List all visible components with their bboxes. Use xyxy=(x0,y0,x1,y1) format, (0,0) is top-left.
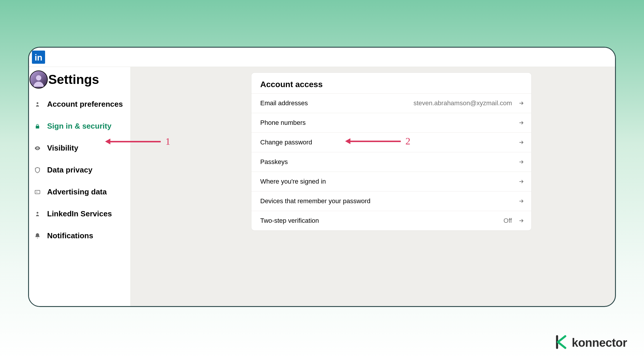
sidebar-item-visibility[interactable]: Visibility xyxy=(29,137,130,159)
arrow-right-icon xyxy=(518,198,524,204)
row-label: Email addresses xyxy=(260,99,308,107)
row-where-signed-in[interactable]: Where you're signed in xyxy=(251,172,531,191)
sidebar-item-linkedin-services[interactable]: LinkedIn Services xyxy=(29,203,130,225)
page-title: Settings xyxy=(48,72,99,87)
main-content: Account access Email addresses steven.ab… xyxy=(130,67,615,306)
row-email-addresses[interactable]: Email addresses steven.abrahamson@xyzmai… xyxy=(251,93,531,113)
konnector-logo-icon xyxy=(554,335,568,350)
brand: konnector xyxy=(554,335,627,350)
sidebar-item-label: Sign in & security xyxy=(47,122,112,131)
row-label: Two-step verification xyxy=(260,217,319,225)
app-window: in Settings Account preferences xyxy=(28,47,616,307)
shield-icon xyxy=(34,167,41,174)
row-devices-remember-password[interactable]: Devices that remember your password xyxy=(251,191,531,211)
row-value: Off xyxy=(503,217,512,225)
brand-name: konnector xyxy=(572,336,627,349)
lock-icon xyxy=(34,123,41,130)
sidebar-item-notifications[interactable]: Notifications xyxy=(29,225,130,247)
account-access-panel: Account access Email addresses steven.ab… xyxy=(251,73,531,230)
sidebar-item-label: Visibility xyxy=(47,144,78,153)
person-icon xyxy=(34,101,41,108)
linkedin-logo-icon[interactable]: in xyxy=(32,51,45,64)
svg-point-0 xyxy=(36,75,41,80)
sidebar-item-label: Notifications xyxy=(47,231,93,240)
row-phone-numbers[interactable]: Phone numbers xyxy=(251,113,531,132)
person-icon xyxy=(34,211,41,217)
row-change-password[interactable]: Change password xyxy=(251,132,531,152)
row-value: steven.abrahamson@xyzmail.com xyxy=(413,99,512,107)
topbar: in xyxy=(29,48,615,67)
panel-title: Account access xyxy=(251,73,531,93)
row-label: Passkeys xyxy=(260,158,288,166)
arrow-right-icon xyxy=(518,139,524,145)
svg-point-4 xyxy=(37,212,38,213)
sidebar: Settings Account preferences Sign in & s… xyxy=(29,67,130,306)
card-icon xyxy=(34,189,41,195)
linkedin-logo-text: in xyxy=(35,53,42,63)
sidebar-item-sign-in-security[interactable]: Sign in & security xyxy=(29,115,130,137)
row-label: Where you're signed in xyxy=(260,178,326,185)
sidebar-item-label: Account preferences xyxy=(47,100,123,109)
sidebar-item-label: Data privacy xyxy=(47,165,93,175)
sidebar-item-label: Advertising data xyxy=(47,187,107,196)
avatar[interactable] xyxy=(30,70,48,89)
row-two-step-verification[interactable]: Two-step verification Off xyxy=(251,211,531,230)
arrow-right-icon xyxy=(518,100,524,106)
row-label: Phone numbers xyxy=(260,119,306,127)
row-label: Devices that remember your password xyxy=(260,197,371,205)
svg-point-1 xyxy=(37,102,38,104)
arrow-right-icon xyxy=(518,218,524,224)
sidebar-item-label: LinkedIn Services xyxy=(47,209,112,218)
annotation-label: 1 xyxy=(165,136,170,147)
arrow-right-icon xyxy=(518,120,524,126)
row-passkeys[interactable]: Passkeys xyxy=(251,152,531,172)
bell-icon xyxy=(34,232,41,239)
sidebar-item-account-preferences[interactable]: Account preferences xyxy=(29,93,130,115)
arrow-right-icon xyxy=(518,159,524,165)
sidebar-item-advertising-data[interactable]: Advertising data xyxy=(29,181,130,203)
eye-icon xyxy=(34,145,41,151)
sidebar-item-data-privacy[interactable]: Data privacy xyxy=(29,159,130,181)
row-label: Change password xyxy=(260,139,312,146)
arrow-right-icon xyxy=(518,179,524,184)
settings-header: Settings xyxy=(29,70,130,93)
